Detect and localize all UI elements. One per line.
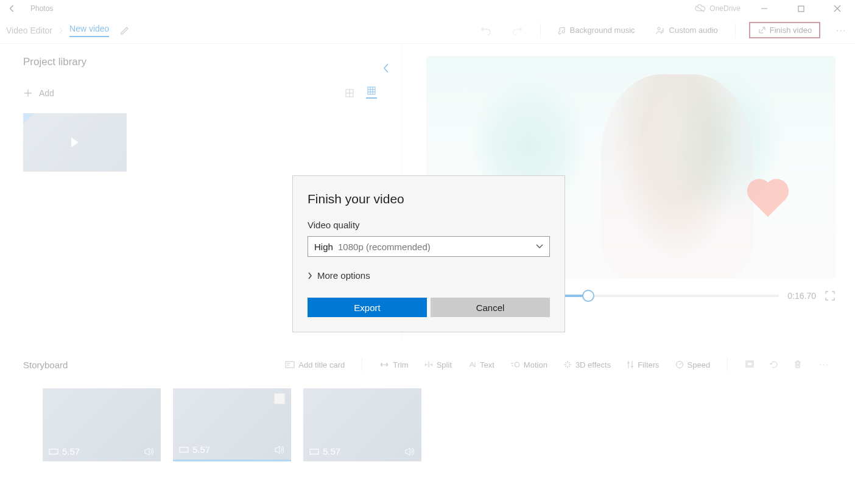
chevron-right-icon: [308, 272, 312, 279]
quality-select[interactable]: High 1080p (recommended): [308, 236, 550, 257]
more-options-label: More options: [317, 270, 370, 281]
more-options-toggle[interactable]: More options: [308, 270, 550, 281]
quality-detail: 1080p (recommended): [338, 242, 431, 252]
finish-video-dialog: Finish your video Video quality High 108…: [292, 175, 565, 332]
chevron-down-icon: [536, 244, 543, 249]
export-button[interactable]: Export: [308, 298, 427, 317]
dialog-title: Finish your video: [308, 192, 550, 206]
cancel-button[interactable]: Cancel: [431, 298, 550, 317]
quality-value: High: [314, 242, 333, 252]
quality-label: Video quality: [308, 220, 550, 230]
